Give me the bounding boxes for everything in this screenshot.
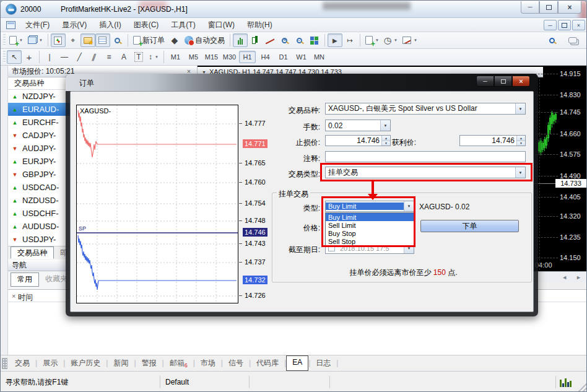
- volume-combo[interactable]: 0.02▼: [325, 120, 391, 131]
- auto-scroll-button[interactable]: ▶: [328, 33, 342, 47]
- terminal-tab[interactable]: 账户历史: [65, 356, 106, 370]
- menu-item[interactable]: 帮助(H): [241, 18, 279, 32]
- expiry-field-label: 截至期日:: [263, 245, 320, 255]
- autotrading-button[interactable]: 自动交易: [182, 33, 227, 47]
- terminal-tab[interactable]: 警报: [136, 356, 162, 370]
- chart-window-icon[interactable]: [6, 21, 15, 29]
- terminal-tab[interactable]: 展示: [37, 356, 63, 370]
- symbol-name: NZDUSD-: [22, 196, 59, 205]
- terminal-toggle[interactable]: [95, 33, 110, 47]
- timeframe-button[interactable]: M1: [167, 51, 184, 63]
- crosshair-tool[interactable]: +: [22, 50, 37, 64]
- minimize-button[interactable]: ─: [521, 1, 539, 14]
- timeframe-button[interactable]: W1: [293, 51, 310, 63]
- timeframe-button[interactable]: M5: [185, 51, 202, 63]
- market-watch-toggle[interactable]: ▲▼: [51, 33, 66, 47]
- timeframe-button[interactable]: MN: [311, 51, 328, 63]
- metaeditor-button[interactable]: ◆: [167, 33, 182, 47]
- new-order-button[interactable]: + 新订单: [131, 33, 167, 47]
- terminal-tab[interactable]: EA: [286, 355, 308, 370]
- cursor-tool[interactable]: ↖: [7, 50, 22, 64]
- order-dialog-titlebar[interactable]: 订单 ─ ×: [66, 74, 538, 91]
- child-close-button[interactable]: ×: [572, 20, 585, 30]
- fibonacci-tool[interactable]: ≡: [102, 50, 116, 64]
- text-tool[interactable]: A: [116, 50, 131, 64]
- text-label-tool[interactable]: T: [131, 50, 146, 64]
- chevron-down-icon[interactable]: ▼: [380, 120, 390, 131]
- maximize-button[interactable]: [539, 1, 558, 14]
- timeframe-button[interactable]: D1: [275, 51, 292, 63]
- trendline-tool[interactable]: ╱: [72, 50, 87, 64]
- menu-item[interactable]: 插入(I): [93, 18, 127, 32]
- terminal-tab[interactable]: 市场: [195, 356, 221, 370]
- child-minimize-button[interactable]: ─: [544, 20, 557, 30]
- bar-chart-button[interactable]: [233, 33, 248, 47]
- dialog-minimize-button[interactable]: ─: [476, 76, 494, 87]
- indicators-button[interactable]: +▼: [363, 33, 381, 47]
- menu-item[interactable]: 图表(C): [128, 18, 165, 32]
- vertical-line-tool[interactable]: |: [42, 50, 57, 64]
- dialog-maximize-button[interactable]: [494, 76, 512, 87]
- place-order-button[interactable]: 下单: [420, 220, 519, 232]
- zoom-out-button[interactable]: -: [292, 33, 307, 47]
- new-chart-button[interactable]: +▼: [7, 33, 25, 47]
- zoom-out-icon: -: [297, 38, 302, 43]
- spin-up-icon[interactable]: ▲: [517, 136, 525, 141]
- child-restore-button[interactable]: [558, 20, 571, 30]
- terminal-tab[interactable]: 新闻: [108, 356, 134, 370]
- dialog-close-button[interactable]: ×: [512, 76, 530, 87]
- close-button[interactable]: ×: [558, 1, 581, 14]
- resize-grip[interactable]: [576, 381, 587, 392]
- arrows-tool[interactable]: ↕▼: [146, 50, 161, 64]
- data-window-button[interactable]: ⌖: [66, 33, 80, 47]
- takeprofit-spinner[interactable]: 14.746 ▲▼: [459, 135, 526, 146]
- menu-item[interactable]: 工具(T): [165, 18, 201, 32]
- toolbar-grip[interactable]: [3, 51, 6, 63]
- search-button[interactable]: [544, 33, 559, 47]
- horizontal-line-tool[interactable]: —: [57, 50, 72, 64]
- maximize-icon: [546, 5, 552, 10]
- text-label-icon: T: [134, 52, 142, 62]
- chart-shift-button[interactable]: ↦: [342, 33, 357, 47]
- terminal-tab[interactable]: 信号: [223, 356, 249, 370]
- dock-handle-icon[interactable]: [2, 358, 7, 369]
- scroll-right-icon[interactable]: ►: [576, 274, 581, 281]
- menu-item[interactable]: 文件(F): [19, 18, 56, 32]
- strategy-tester-button[interactable]: [110, 33, 125, 47]
- menu-item[interactable]: 显示(V): [56, 18, 93, 32]
- timeframe-button[interactable]: M30: [221, 51, 238, 63]
- profiles-button[interactable]: ▼: [25, 33, 45, 47]
- timeframe-button[interactable]: H4: [257, 51, 274, 63]
- terminal-tab[interactable]: 交易: [9, 356, 35, 370]
- tile-windows-button[interactable]: [307, 33, 322, 47]
- navigator-tab[interactable]: 常用: [11, 272, 39, 287]
- zoom-in-button[interactable]: +: [277, 33, 292, 47]
- candlestick-button[interactable]: [248, 33, 263, 47]
- tick-chart: XAGUSD- SP: [76, 105, 238, 303]
- price-scale[interactable]: 14.91514.83014.74514.66014.57514.49014.4…: [560, 66, 587, 271]
- periods-button[interactable]: ◷▼: [381, 33, 400, 47]
- toolbar-grip[interactable]: [3, 34, 6, 46]
- market-watch-tab[interactable]: 交易品种: [11, 246, 54, 259]
- community-chat-button[interactable]: [565, 33, 580, 47]
- timeframe-button[interactable]: H1: [239, 51, 256, 63]
- navigator-toggle[interactable]: ★: [80, 33, 95, 47]
- spin-down-icon[interactable]: ▼: [517, 141, 525, 146]
- terminal-tab[interactable]: 邮箱6: [164, 356, 193, 370]
- order-dialog: 订单 ─ ×: [66, 74, 538, 316]
- terminal-tab[interactable]: 日志: [310, 356, 336, 370]
- line-chart-icon: [266, 37, 274, 44]
- symbol-combo[interactable]: XAGUSD-, 白银美元 Spot Silver vs US Dollar▼: [325, 103, 526, 115]
- timeframe-button[interactable]: M15: [203, 51, 220, 63]
- chevron-down-icon[interactable]: ▼: [515, 103, 525, 114]
- line-chart-button[interactable]: [263, 33, 277, 47]
- connection-status-icon: [556, 376, 575, 388]
- terminal-tab[interactable]: 代码库: [251, 356, 284, 370]
- menu-item[interactable]: 窗口(W): [202, 18, 241, 32]
- channel-tool[interactable]: ∥: [87, 50, 102, 64]
- templates-button[interactable]: ▼: [400, 33, 420, 47]
- comment-input[interactable]: [325, 151, 526, 162]
- time-column-header[interactable]: 时间: [18, 292, 33, 303]
- scroll-left-icon[interactable]: ◄: [562, 274, 567, 281]
- status-profile[interactable]: Default: [160, 376, 250, 388]
